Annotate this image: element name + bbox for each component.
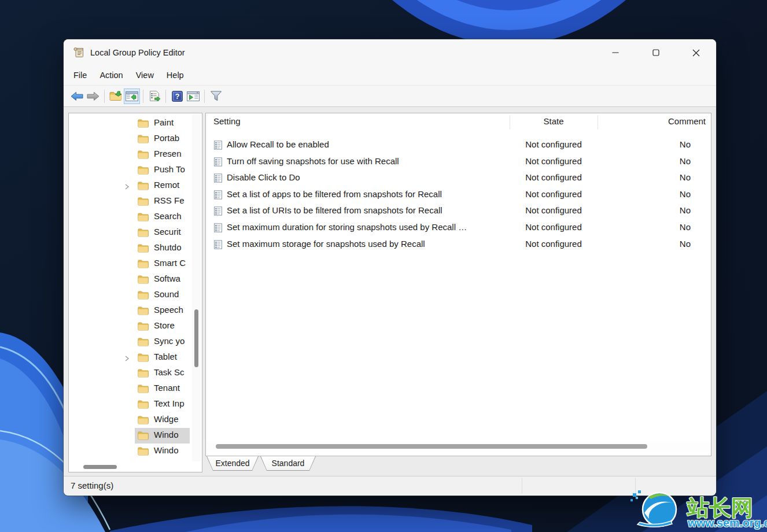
tree-horizontal-scrollbar[interactable]	[69, 465, 191, 470]
back-button[interactable]	[69, 88, 85, 104]
tree-item-label: Smart C	[154, 258, 186, 268]
up-one-level-button[interactable]	[108, 88, 124, 104]
toolbar-separator	[143, 90, 143, 103]
setting-name: Set maximum storage for snapshots used b…	[227, 239, 425, 249]
setting-name: Set a list of apps to be filtered from s…	[227, 189, 442, 199]
folder-icon	[138, 384, 149, 393]
tree-item[interactable]: Remot	[69, 178, 190, 194]
tree-item[interactable]: Tablet	[69, 350, 190, 365]
tree-item[interactable]: Presen	[69, 147, 190, 162]
tree-item[interactable]: Smart C	[69, 256, 190, 272]
menu-help[interactable]: Help	[160, 66, 190, 85]
tree-item-label: Tablet	[154, 352, 177, 361]
folder-icon	[138, 197, 149, 206]
tree-item[interactable]: Shutdo	[69, 241, 190, 256]
menu-view[interactable]: View	[130, 66, 160, 85]
show-action-pane-icon	[187, 91, 200, 101]
tree-item[interactable]: Windo	[69, 428, 190, 444]
setting-comment: No	[598, 172, 691, 182]
list-header: Setting State Comment	[206, 113, 711, 131]
column-header-state[interactable]: State	[510, 116, 598, 126]
setting-state: Not configured	[510, 239, 598, 249]
tree-item[interactable]: Tenant	[69, 381, 190, 397]
folder-icon	[138, 322, 149, 331]
setting-comment: No	[598, 205, 691, 215]
tree-item-label: Paint	[154, 117, 174, 127]
export-list-button[interactable]	[146, 88, 163, 104]
setting-row[interactable]: Set maximum storage for snapshots used b…	[206, 237, 711, 253]
tree-vertical-scrollbar[interactable]	[192, 114, 201, 461]
close-button[interactable]	[683, 39, 709, 66]
menu-bar: File Action View Help	[64, 66, 716, 86]
tree-item[interactable]: Sound	[69, 287, 190, 303]
column-header-comment[interactable]: Comment	[598, 116, 706, 126]
folder-icon	[138, 431, 149, 440]
setting-name: Set a list of URIs to be filtered from s…	[227, 205, 443, 215]
forward-button[interactable]	[85, 88, 101, 104]
sem-watermark-logo: 站长网 www.sem.org.cn	[629, 487, 767, 532]
policy-setting-icon	[213, 173, 223, 183]
setting-state: Not configured	[510, 172, 598, 182]
setting-row[interactable]: Turn off saving snapshots for use with R…	[206, 154, 711, 171]
help-button[interactable]: ?	[169, 88, 185, 104]
setting-comment: No	[598, 189, 691, 199]
tree-item[interactable]: Speech	[69, 303, 190, 319]
back-icon	[71, 91, 83, 101]
policy-setting-icon	[213, 240, 223, 249]
title-bar[interactable]: Local Group Policy Editor	[64, 39, 716, 66]
tab-standard[interactable]: Standard	[260, 456, 316, 471]
tab-extended[interactable]: Extended	[207, 456, 259, 471]
setting-row[interactable]: Disable Click to DoNot configuredNo	[206, 170, 711, 187]
tree-item[interactable]: RSS Fe	[69, 194, 190, 209]
setting-row[interactable]: Set maximum duration for storing snapsho…	[206, 220, 711, 237]
menu-file[interactable]: File	[67, 66, 93, 85]
show-action-pane-button[interactable]	[185, 88, 201, 104]
tree-item[interactable]: Paint	[69, 116, 190, 131]
setting-row[interactable]: Set a list of apps to be filtered from s…	[206, 187, 711, 204]
chevron-expand-icon[interactable]	[124, 182, 130, 189]
tree-item[interactable]: Securit	[69, 225, 190, 241]
filter-button[interactable]	[208, 88, 224, 104]
tree-item-label: Task Sc	[154, 367, 185, 377]
tree-item[interactable]: Task Sc	[69, 365, 190, 381]
tree-item[interactable]: Softwa	[69, 272, 190, 287]
tree-item-label: Softwa	[154, 274, 180, 283]
column-header-setting[interactable]: Setting	[213, 116, 241, 126]
tree-item[interactable]: Text Inp	[69, 397, 190, 412]
tree-item[interactable]: Push To	[69, 162, 190, 178]
close-icon	[692, 49, 700, 57]
folder-icon	[138, 228, 149, 237]
folder-icon	[138, 134, 149, 143]
chevron-expand-icon[interactable]	[124, 354, 130, 361]
maximize-button[interactable]	[643, 39, 669, 66]
tree-item[interactable]: Windo	[69, 444, 190, 459]
list-horizontal-scrollbar[interactable]	[207, 442, 710, 452]
tree-item-label: Sync yo	[154, 336, 185, 346]
tree-horizontal-scrollbar-thumb[interactable]	[83, 465, 117, 469]
folder-icon	[138, 400, 149, 409]
settings-list-panel: Setting State Comment Allow Recall to be…	[205, 113, 711, 456]
setting-state: Not configured	[510, 156, 598, 166]
tree-vertical-scrollbar-thumb[interactable]	[194, 309, 198, 367]
tree-item-label: RSS Fe	[154, 195, 185, 205]
tree-item[interactable]: Sync yo	[69, 334, 190, 350]
tree-item[interactable]: Portab	[69, 131, 190, 147]
tree-item[interactable]: Widge	[69, 412, 190, 428]
tree-item[interactable]: Store	[69, 319, 190, 334]
view-tabs: Extended Standard	[205, 456, 711, 471]
list-horizontal-scrollbar-thumb[interactable]	[216, 444, 647, 449]
policy-setting-icon	[213, 190, 223, 200]
tree-item-label: Shutdo	[154, 242, 182, 252]
menu-action[interactable]: Action	[93, 66, 129, 85]
status-text: 7 setting(s)	[71, 476, 113, 495]
setting-row[interactable]: Set a list of URIs to be filtered from s…	[206, 203, 711, 220]
minimize-button[interactable]	[602, 39, 628, 66]
folder-icon	[138, 306, 149, 315]
show-console-tree-button[interactable]	[124, 88, 140, 104]
show-console-tree-icon	[126, 91, 138, 101]
tree-item[interactable]: Search	[69, 209, 190, 225]
folder-icon	[138, 446, 149, 456]
setting-row[interactable]: Allow Recall to be enabledNot configured…	[206, 137, 711, 154]
up-one-level-icon	[109, 91, 122, 101]
folder-icon	[138, 290, 149, 300]
